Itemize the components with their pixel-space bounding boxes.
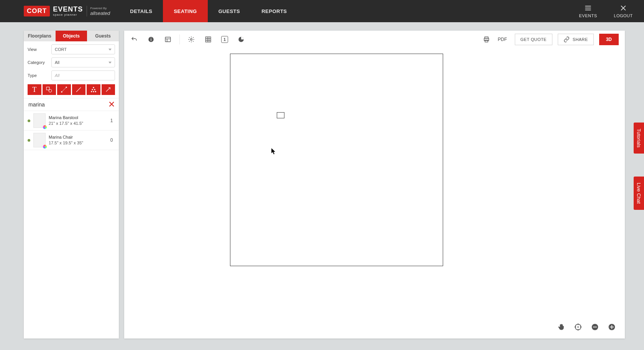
zoom-in-button[interactable]: [607, 322, 616, 332]
type-label: Type: [28, 73, 48, 78]
svg-point-35: [577, 326, 578, 327]
tab-floorplans[interactable]: Floorplans: [24, 31, 56, 41]
search-results: Marina Barstool 21" x 17.5" x 41.5" 1 Ma…: [24, 111, 119, 339]
svg-point-12: [92, 89, 93, 90]
svg-point-15: [93, 91, 94, 92]
availability-dot-icon: [28, 119, 30, 122]
live-chat-tab[interactable]: Live Chat: [634, 177, 644, 210]
topbar-right: EVENTS LOGOUT: [577, 0, 635, 22]
svg-rect-21: [165, 37, 171, 42]
nav-seating[interactable]: SEATING: [163, 0, 207, 22]
floorplan-boundary[interactable]: [230, 54, 443, 266]
svg-point-24: [191, 39, 192, 41]
canvas-panel: 1 PDF GET QUOTE SHARE 3D: [124, 31, 625, 339]
nav-reports[interactable]: REPORTS: [251, 0, 297, 22]
svg-rect-44: [611, 325, 612, 329]
zoom-out-button[interactable]: [590, 322, 600, 332]
category-select[interactable]: All: [51, 57, 115, 67]
view-select[interactable]: CORT: [51, 44, 115, 54]
info-button[interactable]: [147, 36, 155, 43]
search-row: ✕: [24, 98, 119, 111]
svg-rect-25: [205, 37, 211, 42]
text-tool[interactable]: T: [28, 84, 41, 95]
grid-button[interactable]: [204, 36, 212, 43]
svg-point-14: [91, 91, 92, 92]
line-tool[interactable]: [72, 84, 86, 95]
result-item[interactable]: Marina Barstool 21" x 17.5" x 41.5" 1: [24, 111, 119, 131]
nav-guests[interactable]: GUESTS: [208, 0, 251, 22]
filters: View CORT Category All Type All: [24, 41, 119, 82]
svg-line-17: [106, 88, 110, 92]
numbering-button[interactable]: 1: [221, 36, 228, 43]
print-button[interactable]: [483, 36, 490, 43]
nav-details[interactable]: DETAILS: [119, 0, 163, 22]
sidebar: Floorplans Objects Guests View CORT Cate…: [24, 31, 119, 339]
search-input[interactable]: [28, 100, 108, 109]
item-count: 0: [108, 137, 115, 143]
item-text: Marina Chair 17.5" x 19.5" x 35": [49, 134, 105, 146]
shape-tool[interactable]: [43, 84, 56, 95]
hamburger-icon: [584, 4, 592, 12]
svg-rect-33: [485, 40, 488, 42]
result-item[interactable]: Marina Chair 17.5" x 19.5" x 35" 0: [24, 131, 119, 150]
brand-powered-by: Powered By allseated: [90, 7, 110, 16]
drawing-tools: T: [24, 82, 119, 98]
pdf-button[interactable]: PDF: [496, 37, 509, 42]
caret-down-icon: [108, 49, 112, 51]
center-button[interactable]: [573, 322, 583, 332]
arrow-tool[interactable]: [102, 84, 115, 95]
layout-button[interactable]: [164, 36, 172, 43]
tutorials-tab[interactable]: Tutorials: [634, 123, 644, 154]
clear-search-button[interactable]: ✕: [108, 100, 115, 109]
type-input[interactable]: All: [51, 70, 115, 80]
events-menu-button[interactable]: EVENTS: [577, 0, 600, 22]
pan-button[interactable]: [557, 322, 566, 332]
availability-dot-icon: [28, 139, 30, 142]
item-text: Marina Barstool 21" x 17.5" x 41.5": [49, 115, 105, 126]
svg-line-10: [76, 87, 81, 92]
canvas-toolbar: 1 PDF GET QUOTE SHARE 3D: [124, 31, 625, 48]
tab-objects[interactable]: Objects: [56, 31, 87, 41]
brand-cort: CORT: [24, 6, 50, 16]
svg-rect-5: [47, 87, 50, 90]
view-label: View: [28, 47, 48, 52]
svg-rect-41: [593, 327, 597, 327]
get-quote-button[interactable]: GET QUOTE: [515, 34, 552, 45]
close-icon: [619, 4, 627, 12]
settings-button[interactable]: [187, 36, 195, 43]
svg-point-6: [49, 89, 52, 92]
main-nav: DETAILS SEATING GUESTS REPORTS: [119, 0, 297, 22]
placed-barstool[interactable]: [277, 112, 284, 118]
pattern-tool[interactable]: [87, 84, 100, 95]
brand-events: EVENTS space planner: [53, 6, 87, 16]
svg-point-8: [61, 92, 62, 92]
svg-rect-19: [151, 39, 151, 41]
category-label: Category: [28, 60, 48, 65]
logout-button[interactable]: LOGOUT: [612, 0, 635, 22]
sidebar-tabs: Floorplans Objects Guests: [24, 31, 119, 41]
svg-point-16: [95, 91, 96, 92]
tab-guests[interactable]: Guests: [87, 31, 119, 41]
svg-line-7: [62, 87, 66, 92]
caret-down-icon: [108, 62, 112, 64]
item-thumbnail: [33, 133, 46, 147]
item-thumbnail: [33, 113, 46, 128]
item-count: 1: [108, 118, 115, 123]
share-button[interactable]: SHARE: [558, 34, 594, 45]
toolbar-separator: [179, 34, 180, 44]
side-tabs: Tutorials Live Chat: [634, 123, 644, 210]
measure-tool[interactable]: [57, 84, 71, 95]
svg-rect-20: [151, 38, 151, 39]
brand-logo: CORT EVENTS space planner Powered By all…: [24, 0, 110, 22]
svg-point-11: [93, 87, 94, 88]
3d-button[interactable]: 3D: [599, 34, 619, 45]
zoom-controls: [557, 322, 616, 332]
workspace: Floorplans Objects Guests View CORT Cate…: [0, 22, 644, 350]
topbar: CORT EVENTS space planner Powered By all…: [0, 0, 644, 22]
undo-button[interactable]: [130, 36, 138, 43]
link-icon: [564, 36, 570, 43]
svg-point-13: [94, 89, 95, 90]
svg-point-9: [66, 87, 67, 88]
pie-button[interactable]: [237, 36, 245, 43]
canvas[interactable]: [124, 48, 625, 339]
